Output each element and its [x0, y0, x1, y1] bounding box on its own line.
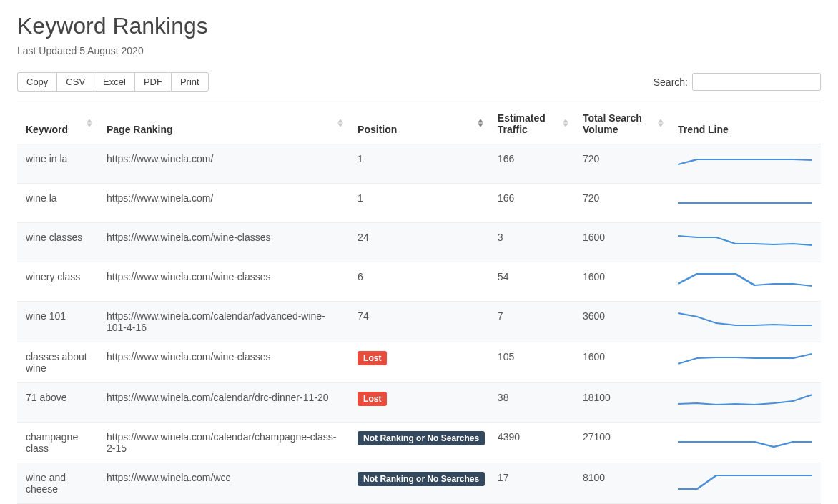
- rankings-table: KeywordPage RankingPositionEstimated Tra…: [17, 102, 821, 504]
- cell-page-ranking: https://www.winela.com/calendar/advanced…: [98, 302, 349, 342]
- cell-page-ranking: https://www.winela.com/wine-classes: [98, 262, 349, 302]
- status-badge-lost: Lost: [358, 392, 387, 406]
- cell-keyword: wine la: [17, 184, 98, 223]
- export-button-copy[interactable]: Copy: [17, 72, 56, 92]
- cell-estimated-traffic: 7: [489, 302, 574, 342]
- cell-total-search-volume: 18100: [574, 383, 669, 423]
- cell-trend-line: [669, 423, 821, 463]
- column-header-label: Keyword: [26, 124, 68, 135]
- column-header-trend: Trend Line: [669, 102, 821, 144]
- column-header-page[interactable]: Page Ranking: [98, 102, 349, 144]
- last-updated: Last Updated 5 August 2020: [17, 45, 821, 56]
- cell-page-ranking: https://www.winela.com/: [98, 144, 349, 184]
- cell-total-search-volume: 1600: [574, 262, 669, 302]
- table-row: wine in lahttps://www.winela.com/1166720: [17, 144, 821, 184]
- table-row: wine 101https://www.winela.com/calendar/…: [17, 302, 821, 342]
- cell-total-search-volume: 1600: [574, 342, 669, 383]
- cell-estimated-traffic: 3: [489, 223, 574, 262]
- export-button-group: CopyCSVExcelPDFPrint: [17, 72, 209, 92]
- sparkline-chart: [678, 351, 812, 372]
- table-row: 71 abovehttps://www.winela.com/calendar/…: [17, 383, 821, 423]
- cell-total-search-volume: 720: [574, 144, 669, 184]
- cell-page-ranking: https://www.winela.com/wcc: [98, 463, 349, 504]
- search-input[interactable]: [692, 73, 821, 91]
- cell-trend-line: [669, 223, 821, 262]
- table-row: wine lahttps://www.winela.com/1166720: [17, 184, 821, 223]
- cell-estimated-traffic: 17: [489, 463, 574, 504]
- sparkline-chart: [678, 310, 812, 332]
- column-header-label: Position: [358, 124, 397, 135]
- cell-total-search-volume: 3600: [574, 302, 669, 342]
- table-row: classes about winehttps://www.winela.com…: [17, 342, 821, 383]
- column-header-label: Estimated Traffic: [498, 112, 546, 135]
- cell-position: Not Ranking or No Searches: [349, 463, 489, 504]
- cell-trend-line: [669, 463, 821, 504]
- column-header-volume[interactable]: Total Search Volume: [574, 102, 669, 144]
- sparkline-chart: [678, 392, 812, 413]
- cell-trend-line: [669, 144, 821, 184]
- sparkline-chart: [678, 153, 812, 174]
- cell-estimated-traffic: 105: [489, 342, 574, 383]
- sparkline-chart: [678, 271, 812, 292]
- sparkline-chart: [678, 192, 812, 214]
- cell-total-search-volume: 1600: [574, 223, 669, 262]
- cell-position: 1: [349, 184, 489, 223]
- column-header-keyword[interactable]: Keyword: [17, 102, 98, 144]
- cell-trend-line: [669, 184, 821, 223]
- sort-icon: [337, 119, 343, 127]
- table-row: winery classhttps://www.winela.com/wine-…: [17, 262, 821, 302]
- column-header-label: Page Ranking: [107, 124, 173, 135]
- cell-keyword: classes about wine: [17, 342, 98, 383]
- column-header-position[interactable]: Position: [349, 102, 489, 144]
- sparkline-chart: [678, 431, 812, 453]
- cell-position: 6: [349, 262, 489, 302]
- cell-estimated-traffic: 54: [489, 262, 574, 302]
- sort-icon: [478, 119, 483, 127]
- table-row: wine and cheesehttps://www.winela.com/wc…: [17, 463, 821, 504]
- status-badge-no-ranking: Not Ranking or No Searches: [358, 431, 485, 445]
- status-badge-lost: Lost: [358, 351, 387, 365]
- cell-page-ranking: https://www.winela.com/calendar/drc-dinn…: [98, 383, 349, 423]
- cell-page-ranking: https://www.winela.com/wine-classes: [98, 223, 349, 262]
- column-header-traffic[interactable]: Estimated Traffic: [489, 102, 574, 144]
- cell-keyword: wine 101: [17, 302, 98, 342]
- sort-icon: [563, 119, 568, 127]
- cell-keyword: champagne class: [17, 423, 98, 463]
- cell-estimated-traffic: 38: [489, 383, 574, 423]
- cell-total-search-volume: 720: [574, 184, 669, 223]
- cell-estimated-traffic: 166: [489, 184, 574, 223]
- cell-trend-line: [669, 383, 821, 423]
- cell-page-ranking: https://www.winela.com/calendar/champagn…: [98, 423, 349, 463]
- cell-position: 24: [349, 223, 489, 262]
- cell-keyword: 71 above: [17, 383, 98, 423]
- cell-keyword: wine in la: [17, 144, 98, 184]
- search-label: Search:: [654, 76, 688, 88]
- cell-estimated-traffic: 4390: [489, 423, 574, 463]
- cell-estimated-traffic: 166: [489, 144, 574, 184]
- cell-page-ranking: https://www.winela.com/wine-classes: [98, 342, 349, 383]
- cell-total-search-volume: 27100: [574, 423, 669, 463]
- export-button-excel[interactable]: Excel: [94, 72, 134, 92]
- cell-trend-line: [669, 302, 821, 342]
- cell-position: 1: [349, 144, 489, 184]
- column-header-label: Total Search Volume: [583, 112, 642, 135]
- sort-icon: [87, 119, 92, 127]
- sparkline-chart: [678, 232, 812, 253]
- sort-icon: [658, 119, 664, 127]
- export-button-csv[interactable]: CSV: [56, 72, 94, 92]
- table-row: champagne classhttps://www.winela.com/ca…: [17, 423, 821, 463]
- cell-keyword: wine classes: [17, 223, 98, 262]
- search-wrapper: Search:: [654, 73, 821, 91]
- cell-keyword: winery class: [17, 262, 98, 302]
- cell-position: 74: [349, 302, 489, 342]
- export-button-pdf[interactable]: PDF: [134, 72, 171, 92]
- cell-position: Lost: [349, 383, 489, 423]
- cell-trend-line: [669, 342, 821, 383]
- table-row: wine classeshttps://www.winela.com/wine-…: [17, 223, 821, 262]
- cell-trend-line: [669, 262, 821, 302]
- cell-position: Not Ranking or No Searches: [349, 423, 489, 463]
- cell-position: Lost: [349, 342, 489, 383]
- page-title: Keyword Rankings: [17, 13, 821, 39]
- export-button-print[interactable]: Print: [171, 72, 209, 92]
- column-header-label: Trend Line: [678, 124, 729, 135]
